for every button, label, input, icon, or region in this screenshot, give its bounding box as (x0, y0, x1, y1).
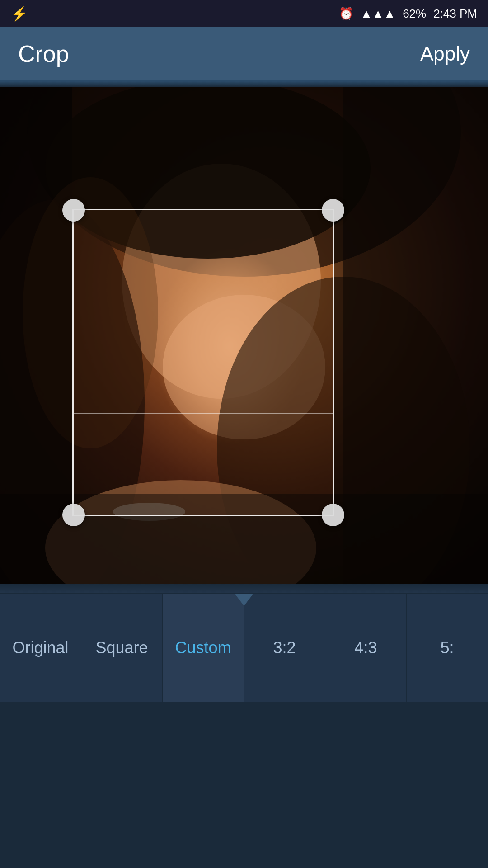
ratio-item-original[interactable]: Original (0, 594, 81, 702)
battery-level: 62% (403, 7, 426, 21)
usb-icon: ⚡ (11, 6, 28, 22)
top-divider (0, 81, 488, 87)
dim-right (334, 209, 488, 516)
ratio-item-custom[interactable]: Custom (163, 594, 244, 702)
ratio-item-square[interactable]: Square (81, 594, 163, 702)
bottom-divider (0, 584, 488, 593)
status-bar: ⚡ ⏰ ▲▲▲ 62% 2:43 PM (0, 0, 488, 27)
crop-box[interactable] (72, 209, 334, 516)
ratio-item-5x[interactable]: 5: (407, 594, 488, 702)
crop-handle-bottom-right[interactable] (322, 504, 344, 526)
page-title: Crop (18, 40, 69, 67)
ratio-item-3-2[interactable]: 3:2 (244, 594, 325, 702)
apply-button[interactable]: Apply (420, 42, 470, 65)
grid-line-h1 (74, 312, 333, 312)
ratio-item-4-3[interactable]: 4:3 (325, 594, 407, 702)
dim-bottom (0, 516, 488, 584)
crop-handle-top-left[interactable] (62, 199, 85, 222)
grid-line-v2 (247, 210, 247, 515)
status-left: ⚡ (11, 6, 28, 22)
dim-left (0, 209, 72, 516)
grid-line-v1 (160, 210, 160, 515)
crop-handle-bottom-left[interactable] (62, 504, 85, 526)
grid-line-h2 (74, 413, 333, 414)
top-action-bar: Crop Apply (0, 27, 488, 81)
signal-icon: ▲▲▲ (361, 7, 395, 21)
active-indicator-arrow (235, 594, 253, 606)
image-area[interactable] (0, 87, 488, 584)
crop-handle-top-right[interactable] (322, 199, 344, 222)
dim-top (0, 87, 488, 209)
status-right: ⏰ ▲▲▲ 62% 2:43 PM (339, 7, 477, 21)
time-display: 2:43 PM (433, 7, 477, 21)
alarm-icon: ⏰ (339, 7, 353, 21)
ratio-bar: Original Square Custom 3:2 4:3 5: (0, 593, 488, 702)
